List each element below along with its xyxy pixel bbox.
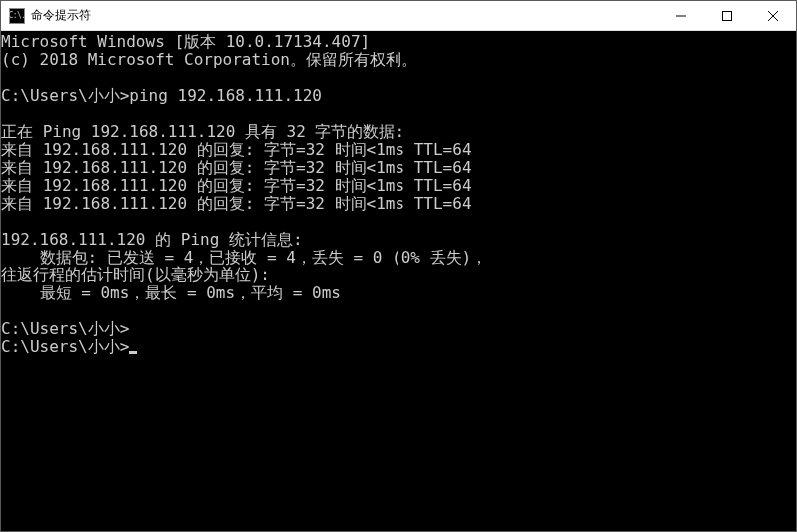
cmd-icon: C:\. (9, 8, 25, 24)
window-title: 命令提示符 (31, 7, 658, 24)
console-output[interactable]: Microsoft Windows [版本 10.0.17134.407](c)… (1, 31, 796, 531)
console-line (1, 105, 796, 123)
cmd-window: C:\. 命令提示符 Microsoft Windows [版本 10.0.17… (0, 0, 797, 532)
svg-rect-1 (723, 11, 732, 20)
console-line (1, 213, 796, 231)
console-line: C:\Users\小小> (1, 338, 796, 356)
window-controls (658, 1, 796, 30)
console-line: 最短 = 0ms，最长 = 0ms，平均 = 0ms (1, 284, 796, 302)
close-icon (768, 11, 778, 21)
maximize-button[interactable] (704, 1, 750, 30)
maximize-icon (722, 11, 732, 21)
console-line: Microsoft Windows [版本 10.0.17134.407] (1, 33, 796, 51)
titlebar[interactable]: C:\. 命令提示符 (1, 1, 796, 31)
console-line (1, 69, 796, 87)
console-line: (c) 2018 Microsoft Corporation。保留所有权利。 (1, 51, 796, 69)
close-button[interactable] (750, 1, 796, 30)
console-line: 192.168.111.120 的 Ping 统计信息: (1, 231, 796, 249)
console-line: 来自 192.168.111.120 的回复: 字节=32 时间<1ms TTL… (1, 141, 796, 159)
console-line: C:\Users\小小> (1, 320, 796, 338)
console-line (1, 302, 796, 320)
console-line: 来自 192.168.111.120 的回复: 字节=32 时间<1ms TTL… (1, 195, 796, 213)
console-line: 正在 Ping 192.168.111.120 具有 32 字节的数据: (1, 123, 796, 141)
console-line: 数据包: 已发送 = 4，已接收 = 4，丢失 = 0 (0% 丢失)， (1, 249, 796, 266)
console-line: 来自 192.168.111.120 的回复: 字节=32 时间<1ms TTL… (1, 177, 796, 195)
console-line: 来自 192.168.111.120 的回复: 字节=32 时间<1ms TTL… (1, 159, 796, 177)
minimize-button[interactable] (658, 1, 704, 30)
minimize-icon (676, 11, 686, 21)
cursor (129, 351, 137, 354)
console-line: 往返行程的估计时间(以毫秒为单位): (1, 266, 796, 284)
console-line: C:\Users\小小>ping 192.168.111.120 (1, 87, 796, 105)
